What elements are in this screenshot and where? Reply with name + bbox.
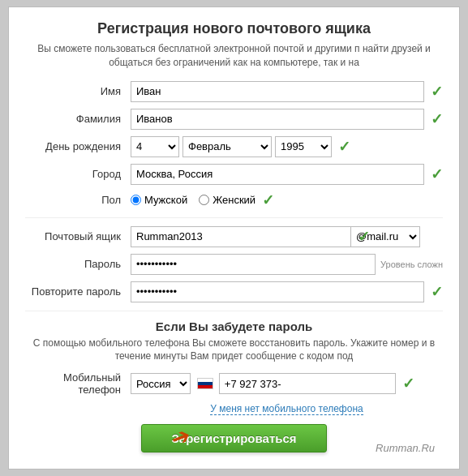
dob-selects: 4 Январь Февраль Март Апрель Май Июнь Ию…	[131, 136, 332, 157]
password-strength: Уровень сложн	[380, 259, 443, 269]
phone-field-area: Россия ✓	[131, 373, 443, 394]
confirm-checkmark: ✓	[431, 283, 443, 301]
phone-inputs: Россия	[131, 373, 396, 394]
dob-year-select[interactable]: 1995	[275, 136, 332, 157]
phone-country-select[interactable]: Россия	[131, 373, 191, 394]
page-title: Регистрация нового почтового ящика	[25, 20, 443, 37]
divider-2	[25, 311, 443, 311]
recovery-section-title: Если Вы забудете пароль	[25, 319, 443, 333]
password-field-area: Уровень сложн	[131, 254, 443, 275]
dob-month-select[interactable]: Январь Февраль Март Апрель Май Июнь Июль…	[182, 136, 272, 157]
gender-female-text: Женский	[213, 194, 255, 206]
phone-row: Мобильный телефон Россия ✓	[25, 371, 443, 396]
register-btn-area: ➔ Зарегистрироваться Rumman.Ru	[25, 424, 443, 452]
city-row: Город ✓	[25, 164, 443, 185]
gender-female-radio[interactable]	[199, 195, 209, 205]
city-checkmark: ✓	[431, 165, 443, 183]
name-input[interactable]	[131, 81, 424, 102]
phone-number-input[interactable]	[219, 373, 396, 394]
watermark: Rumman.Ru	[376, 442, 435, 454]
confirm-input[interactable]	[131, 281, 424, 302]
recovery-section-desc: С помощью мобильного телефона Вы сможете…	[25, 337, 443, 364]
email-checkmark: ✓	[358, 228, 370, 246]
city-field-area: ✓	[131, 164, 443, 185]
city-label: Город	[25, 168, 131, 180]
dob-day-select[interactable]: 4	[131, 136, 179, 157]
no-phone-link[interactable]: У меня нет мобильного телефона	[210, 403, 363, 415]
gender-male-text: Мужской	[144, 194, 187, 206]
gender-checkmark: ✓	[262, 191, 274, 209]
surname-checkmark: ✓	[431, 110, 443, 128]
password-input[interactable]	[131, 254, 376, 275]
phone-checkmark: ✓	[402, 375, 414, 392]
confirm-field-area: ✓	[131, 281, 443, 302]
gender-male-label[interactable]: Мужской	[131, 194, 187, 206]
name-row: Имя ✓	[25, 81, 443, 102]
confirm-label: Повторите пароль	[25, 285, 131, 298]
surname-input[interactable]	[131, 109, 424, 130]
russia-flag	[197, 378, 213, 389]
password-label: Пароль	[25, 258, 131, 270]
name-field-area: ✓	[131, 81, 443, 102]
gender-field-area: Мужской Женский ✓	[131, 191, 443, 209]
page-subtitle: Вы сможете пользоваться бесплатной элект…	[25, 42, 443, 70]
gender-male-radio[interactable]	[131, 195, 141, 205]
gender-options: Мужской Женский	[131, 194, 255, 206]
email-inputs: @mail.ru @inbox.ru @list.ru @bk.ru	[131, 226, 351, 247]
email-row: Почтовый ящик @mail.ru @inbox.ru @list.r…	[25, 226, 443, 247]
phone-label: Мобильный телефон	[25, 371, 131, 396]
name-checkmark: ✓	[431, 83, 443, 101]
confirm-row: Повторите пароль ✓	[25, 281, 443, 302]
registration-form: Регистрация нового почтового ящика Вы см…	[8, 6, 460, 470]
email-label: Почтовый ящик	[25, 230, 131, 242]
dob-checkmark: ✓	[338, 138, 350, 156]
gender-female-label[interactable]: Женский	[199, 194, 255, 206]
dob-row: День рождения 4 Январь Февраль Март Апре…	[25, 136, 443, 157]
email-input[interactable]	[131, 226, 351, 247]
surname-row: Фамилия ✓	[25, 109, 443, 130]
gender-label: Пол	[25, 194, 131, 206]
no-phone-area: У меня нет мобильного телефона	[131, 402, 443, 414]
dob-label: День рождения	[25, 140, 131, 152]
dob-field-area: 4 Январь Февраль Март Апрель Май Июнь Ию…	[131, 136, 443, 157]
surname-label: Фамилия	[25, 113, 131, 125]
city-input[interactable]	[131, 164, 424, 185]
name-label: Имя	[25, 85, 131, 97]
email-field-area: @mail.ru @inbox.ru @list.ru @bk.ru ✓	[131, 226, 443, 247]
password-row: Пароль Уровень сложн	[25, 254, 443, 275]
divider-1	[25, 217, 443, 218]
flag-icon	[197, 378, 216, 389]
gender-row: Пол Мужской Женский ✓	[25, 191, 443, 209]
surname-field-area: ✓	[131, 109, 443, 130]
